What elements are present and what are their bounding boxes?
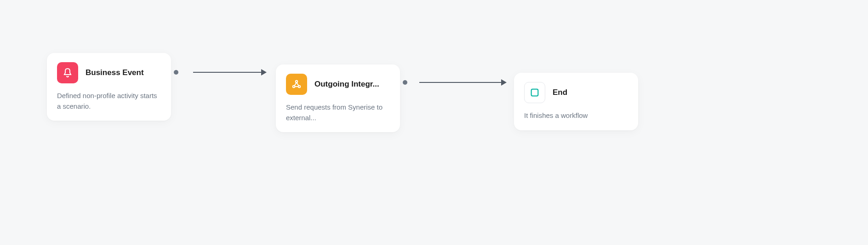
node-description: It finishes a workflow [524, 111, 628, 121]
node-description: Defined non-profile activity starts a sc… [57, 91, 161, 111]
node-header: Outgoing Integr... [286, 74, 390, 95]
node-end[interactable]: End It finishes a workflow [514, 73, 638, 130]
arrow-head-icon [261, 69, 267, 76]
node-outgoing-integration[interactable]: Outgoing Integr... Send requests from Sy… [276, 64, 400, 132]
arrow-connector [193, 72, 262, 73]
node-title: Business Event [86, 68, 144, 77]
arrow-connector [419, 82, 502, 83]
node-title: End [553, 88, 567, 97]
node-title: Outgoing Integr... [314, 80, 379, 89]
svg-point-0 [293, 86, 295, 88]
bell-icon [57, 62, 78, 83]
svg-point-2 [296, 81, 297, 82]
svg-point-1 [298, 86, 300, 88]
connector-dot [174, 70, 178, 75]
node-description: Send requests from Synerise to external.… [286, 102, 390, 123]
arrow-head-icon [501, 79, 507, 86]
connector-dot [403, 80, 407, 85]
node-header: Business Event [57, 62, 161, 83]
node-business-event[interactable]: Business Event Defined non-profile activ… [47, 53, 171, 121]
svg-rect-3 [531, 89, 538, 96]
workflow-canvas[interactable]: Business Event Defined non-profile activ… [0, 0, 868, 245]
node-header: End [524, 82, 628, 103]
webhook-icon [286, 74, 307, 95]
stop-icon [524, 82, 545, 103]
